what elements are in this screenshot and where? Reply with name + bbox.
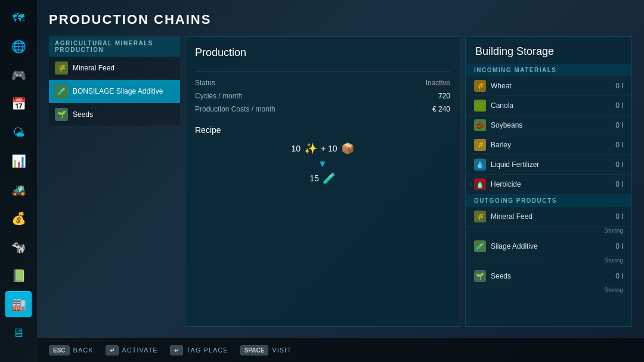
herbicide-label: Herbicide — [491, 180, 611, 188]
mineral-feed-out-icon: 🌾 — [474, 211, 486, 222]
mineral-feed-icon: 🌾 — [55, 61, 68, 75]
production-title: Production — [195, 47, 450, 59]
activate-key[interactable]: ↵ — [106, 345, 119, 355]
book-icon: 📗 — [11, 268, 26, 283]
seeds-icon: 🌱 — [55, 108, 68, 121]
barley-icon: 🌾 — [474, 139, 486, 151]
sidebar-item-map[interactable]: 🗺 — [5, 5, 32, 31]
recipe-output-icon: 🧪 — [323, 172, 336, 185]
incoming-materials-header: INCOMING MATERIALS — [466, 64, 631, 76]
seeds-storing: Storing — [604, 287, 623, 293]
mineral-feed-label: Mineral Feed — [73, 64, 114, 72]
wheat-icon: 🌾 — [474, 80, 486, 92]
storage-silage-additive: 🧪 Silage Additive 0 l — [466, 237, 631, 256]
factory-icon: 🏭 — [11, 297, 26, 311]
silage-additive-value: 0 l — [615, 242, 623, 250]
sidebar-item-screen[interactable]: 🖥 — [5, 320, 32, 346]
page-title: PRODUCTION CHAINS — [49, 12, 632, 27]
recipe-arrow: ▼ — [195, 159, 450, 169]
wheat-value: 0 l — [615, 82, 623, 90]
cycles-row: Cycles / month 720 — [195, 92, 450, 100]
tractor-icon: 🚜 — [11, 182, 26, 197]
building-storage-panel: Building Storage INCOMING MATERIALS 🌾 Wh… — [465, 36, 632, 327]
storage-mineral-feed: 🌾 Mineral Feed 0 l — [466, 207, 631, 227]
seeds-out-value: 0 l — [615, 272, 623, 280]
left-panel: AGRICULTURAL MINERALS PRODUCTION 🌾 Miner… — [49, 36, 180, 327]
liquid-fertilizer-value: 0 l — [615, 160, 623, 169]
storage-herbicide: 🧴 Herbicide 0 l — [466, 175, 631, 194]
seeds-out-icon: 🌱 — [474, 270, 486, 282]
costs-value: € 240 — [432, 105, 450, 113]
canola-value: 0 l — [615, 101, 623, 110]
mineral-feed-storing: Storing — [604, 227, 623, 234]
recipe-inputs: 10 ✨ + 10 📦 — [195, 142, 450, 155]
cycles-label: Cycles / month — [195, 92, 242, 100]
sidebar-item-tractor[interactable]: 🚜 — [5, 177, 32, 203]
storage-soybeans: 🫘 Soybeans 0 l — [466, 116, 631, 135]
steering-icon: 🎮 — [11, 68, 26, 82]
production-panel: Production Status Inactive Cycles / mont… — [185, 36, 460, 327]
storage-liquid-fertilizer: 💧 Liquid Fertilizer 0 l — [466, 155, 631, 175]
money-icon: 💰 — [11, 211, 26, 225]
sidebar-item-animal[interactable]: 🐄 — [5, 234, 32, 260]
activate-label: ACTIVATE — [122, 346, 158, 354]
storage-wheat: 🌾 Wheat 0 l — [466, 76, 631, 96]
herbicide-value: 0 l — [615, 180, 623, 188]
production-list: 🌾 Mineral Feed 🧪 BONSILAGE Silage Additi… — [49, 57, 180, 126]
sidebar-item-weather[interactable]: 🌤 — [5, 119, 32, 146]
soybeans-icon: 🫘 — [474, 119, 486, 131]
wheat-label: Wheat — [491, 82, 611, 90]
mineral-feed-out-label: Mineral Feed — [491, 212, 611, 221]
bonsilage-label: BONSILAGE Silage Additive — [73, 87, 163, 95]
costs-label: Production Costs / month — [195, 105, 275, 113]
status-label: Status — [195, 79, 215, 87]
mineral-feed-storing-row: Storing — [466, 227, 631, 237]
sidebar: 🗺 🌐 🎮 📅 🌤 📊 🚜 💰 🐄 📗 🏭 🖥 — [0, 0, 37, 362]
liquid-fertilizer-icon: 💧 — [474, 159, 486, 171]
sidebar-item-factory[interactable]: 🏭 — [5, 291, 32, 317]
production-item-bonsilage[interactable]: 🧪 BONSILAGE Silage Additive — [49, 80, 180, 103]
status-value: Inactive — [426, 79, 450, 87]
tag-label: TAG PLACE — [187, 346, 228, 354]
recipe-input2-icon: 📦 — [341, 142, 354, 155]
status-row: Status Inactive — [195, 79, 450, 87]
space-key[interactable]: SPACE — [240, 345, 269, 355]
costs-row: Production Costs / month € 240 — [195, 105, 450, 113]
back-label: BACK — [73, 346, 94, 354]
storage-barley: 🌾 Barley 0 l — [466, 135, 631, 155]
sidebar-item-chart[interactable]: 📊 — [5, 148, 32, 174]
canola-label: Canola — [491, 101, 611, 110]
production-item-mineral-feed[interactable]: 🌾 Mineral Feed — [49, 57, 180, 80]
liquid-fertilizer-label: Liquid Fertilizer — [491, 160, 611, 169]
key-combo-activate: ↵ ACTIVATE — [106, 345, 158, 355]
outgoing-products-header: OUTGOING PRODUCTS — [466, 194, 631, 207]
silage-additive-icon: 🧪 — [474, 240, 486, 252]
seeds-label: Seeds — [73, 110, 93, 119]
canola-icon: 🌿 — [474, 100, 486, 112]
soybeans-label: Soybeans — [491, 121, 611, 129]
recipe-input1-num: 10 — [291, 144, 301, 153]
tag-key[interactable]: ↵ — [170, 345, 183, 355]
bonsilage-icon: 🧪 — [55, 85, 68, 98]
storage-canola: 🌿 Canola 0 l — [466, 96, 631, 116]
key-combo-visit: SPACE VISIT — [240, 345, 292, 355]
herbicide-icon: 🧴 — [474, 178, 486, 190]
storage-seeds-out: 🌱 Seeds 0 l — [466, 267, 631, 286]
weather-icon: 🌤 — [13, 126, 24, 140]
silage-additive-label: Silage Additive — [491, 242, 611, 250]
animal-icon: 🐄 — [11, 240, 26, 254]
sidebar-item-steering[interactable]: 🎮 — [5, 62, 32, 88]
sidebar-item-money[interactable]: 💰 — [5, 205, 32, 231]
sidebar-item-globe[interactable]: 🌐 — [5, 33, 32, 60]
statusbar: ESC BACK ↵ ACTIVATE ↵ TAG PLACE SPACE VI… — [37, 338, 644, 362]
building-storage-title: Building Storage — [466, 37, 631, 64]
barley-value: 0 l — [615, 141, 623, 149]
sidebar-item-book[interactable]: 📗 — [5, 262, 32, 289]
screen-icon: 🖥 — [13, 326, 24, 340]
calendar-icon: 📅 — [11, 97, 26, 111]
mineral-feed-out-value: 0 l — [615, 212, 623, 221]
production-item-seeds[interactable]: 🌱 Seeds — [49, 103, 180, 126]
sidebar-item-calendar[interactable]: 📅 — [5, 91, 32, 117]
esc-key[interactable]: ESC — [49, 345, 70, 355]
key-combo-tag: ↵ TAG PLACE — [170, 345, 228, 355]
